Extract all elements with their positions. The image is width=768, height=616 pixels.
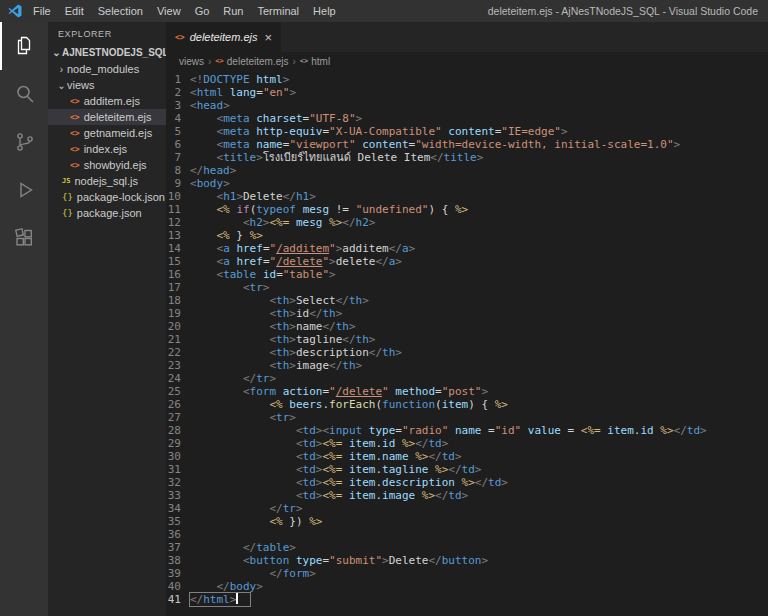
code-editor[interactable]: 1<!DOCTYPE html>2<html lang="en">3<head>…: [166, 70, 768, 616]
code-line-39[interactable]: 39 </form>: [166, 567, 768, 580]
line-number[interactable]: 6: [166, 138, 190, 151]
line-number[interactable]: 29: [166, 437, 190, 450]
sidebar-item-deleteitem-ejs[interactable]: <>deleteitem.ejs: [48, 109, 166, 125]
line-number[interactable]: 14: [166, 242, 190, 255]
code-line-14[interactable]: 14 <a href="/additem">additem</a>: [166, 242, 768, 255]
line-number[interactable]: 17: [166, 281, 190, 294]
tab-deleteitem-ejs[interactable]: <> deleteitem.ejs ×: [166, 22, 281, 52]
source-control-icon[interactable]: [0, 118, 48, 166]
line-number[interactable]: 19: [166, 307, 190, 320]
line-number[interactable]: 37: [166, 541, 190, 554]
code-line-8[interactable]: 8</head>: [166, 164, 768, 177]
sidebar-item-getnameid-ejs[interactable]: <>getnameid.ejs: [48, 125, 166, 141]
line-number[interactable]: 15: [166, 255, 190, 268]
code-line-15[interactable]: 15 <a href="/delete">delete</a>: [166, 255, 768, 268]
code-line-22[interactable]: 22 <th>description</th>: [166, 346, 768, 359]
line-number[interactable]: 7: [166, 151, 190, 164]
code-line-26[interactable]: 26 <% beers.forEach(function(item) { %>: [166, 398, 768, 411]
code-line-25[interactable]: 25 <form action="/delete" method="post">: [166, 385, 768, 398]
code-line-13[interactable]: 13 <% } %>: [166, 229, 768, 242]
code-line-32[interactable]: 32 <td><%= item.description %></td>: [166, 476, 768, 489]
run-debug-icon[interactable]: [0, 166, 48, 214]
code-line-34[interactable]: 34 </tr>: [166, 502, 768, 515]
code-line-33[interactable]: 33 <td><%= item.image %></td>: [166, 489, 768, 502]
code-line-40[interactable]: 40 </body>: [166, 580, 768, 593]
sidebar-item-additem-ejs[interactable]: <>additem.ejs: [48, 93, 166, 109]
menu-view[interactable]: View: [150, 0, 188, 22]
line-number[interactable]: 20: [166, 320, 190, 333]
line-number[interactable]: 4: [166, 112, 190, 125]
line-number[interactable]: 31: [166, 463, 190, 476]
code-line-3[interactable]: 3<head>: [166, 99, 768, 112]
code-line-35[interactable]: 35 <% }) %>: [166, 515, 768, 528]
line-number[interactable]: 28: [166, 424, 190, 437]
line-number[interactable]: 11: [166, 203, 190, 216]
code-line-37[interactable]: 37 </table>: [166, 541, 768, 554]
code-line-19[interactable]: 19 <th>id</th>: [166, 307, 768, 320]
line-number[interactable]: 39: [166, 567, 190, 580]
breadcrumb-item-views[interactable]: views: [179, 56, 204, 67]
line-number[interactable]: 24: [166, 372, 190, 385]
line-number[interactable]: 38: [166, 554, 190, 567]
line-number[interactable]: 1: [166, 73, 190, 86]
menu-selection[interactable]: Selection: [91, 0, 150, 22]
code-line-7[interactable]: 7 <title>โรงเบียร์ไทยแลนด์ Delete Item</…: [166, 151, 768, 164]
line-number[interactable]: 23: [166, 359, 190, 372]
line-number[interactable]: 5: [166, 125, 190, 138]
sidebar-item-node-modules[interactable]: ›node_modules: [48, 61, 166, 77]
menu-help[interactable]: Help: [306, 0, 343, 22]
line-number[interactable]: 40: [166, 580, 190, 593]
line-number[interactable]: 2: [166, 86, 190, 99]
line-number[interactable]: 10: [166, 190, 190, 203]
line-number[interactable]: 32: [166, 476, 190, 489]
code-line-10[interactable]: 10 <h1>Delete</h1>: [166, 190, 768, 203]
code-line-17[interactable]: 17 <tr>: [166, 281, 768, 294]
breadcrumb-item-html[interactable]: <>html: [300, 56, 330, 67]
line-number[interactable]: 30: [166, 450, 190, 463]
line-number[interactable]: 35: [166, 515, 190, 528]
close-icon[interactable]: ×: [265, 31, 273, 44]
line-number[interactable]: 36: [166, 528, 190, 541]
line-number[interactable]: 18: [166, 294, 190, 307]
extensions-icon[interactable]: [0, 214, 48, 262]
menu-file[interactable]: File: [26, 0, 58, 22]
code-line-21[interactable]: 21 <th>tagline</th>: [166, 333, 768, 346]
code-line-18[interactable]: 18 <th>Select</th>: [166, 294, 768, 307]
code-line-20[interactable]: 20 <th>name</th>: [166, 320, 768, 333]
code-line-4[interactable]: 4 <meta charset="UTF-8">: [166, 112, 768, 125]
breadcrumb-item-deleteitem-ejs[interactable]: <>deleteitem.ejs: [215, 56, 288, 67]
menu-terminal[interactable]: Terminal: [251, 0, 307, 22]
code-line-23[interactable]: 23 <th>image</th>: [166, 359, 768, 372]
line-number[interactable]: 21: [166, 333, 190, 346]
code-line-16[interactable]: 16 <table id="table">: [166, 268, 768, 281]
code-line-5[interactable]: 5 <meta http-equiv="X-UA-Compatible" con…: [166, 125, 768, 138]
sidebar-item-package-lock-json[interactable]: {}package-lock.json: [48, 189, 166, 205]
code-line-30[interactable]: 30 <td><%= item.name %></td>: [166, 450, 768, 463]
line-number[interactable]: 9: [166, 177, 190, 190]
search-icon[interactable]: [0, 70, 48, 118]
code-line-6[interactable]: 6 <meta name="viewport" content="width=d…: [166, 138, 768, 151]
line-number[interactable]: 34: [166, 502, 190, 515]
sidebar-item-index-ejs[interactable]: <>index.ejs: [48, 141, 166, 157]
code-line-24[interactable]: 24 </tr>: [166, 372, 768, 385]
code-line-27[interactable]: 27 <tr>: [166, 411, 768, 424]
menu-edit[interactable]: Edit: [58, 0, 91, 22]
code-line-12[interactable]: 12 <h2><%= mesg %></h2>: [166, 216, 768, 229]
sidebar-item-package-json[interactable]: {}package.json: [48, 205, 166, 221]
code-line-41[interactable]: 41</html>: [166, 593, 768, 606]
explorer-icon[interactable]: [0, 22, 48, 70]
code-line-1[interactable]: 1<!DOCTYPE html>: [166, 73, 768, 86]
code-line-11[interactable]: 11 <% if(typeof mesg != "undefined") { %…: [166, 203, 768, 216]
menu-run[interactable]: Run: [216, 0, 250, 22]
code-line-36[interactable]: 36: [166, 528, 768, 541]
code-line-29[interactable]: 29 <td><%= item.id %></td>: [166, 437, 768, 450]
sidebar-item-views[interactable]: ⌄views: [48, 77, 166, 93]
menu-go[interactable]: Go: [188, 0, 217, 22]
sidebar-root-folder[interactable]: ⌄ AJNESTNODEJS_SQL: [48, 44, 166, 61]
sidebar-item-showbyid-ejs[interactable]: <>showbyid.ejs: [48, 157, 166, 173]
line-number[interactable]: 13: [166, 229, 190, 242]
line-number[interactable]: 27: [166, 411, 190, 424]
code-line-31[interactable]: 31 <td><%= item.tagline %></td>: [166, 463, 768, 476]
line-number[interactable]: 25: [166, 385, 190, 398]
line-number[interactable]: 16: [166, 268, 190, 281]
